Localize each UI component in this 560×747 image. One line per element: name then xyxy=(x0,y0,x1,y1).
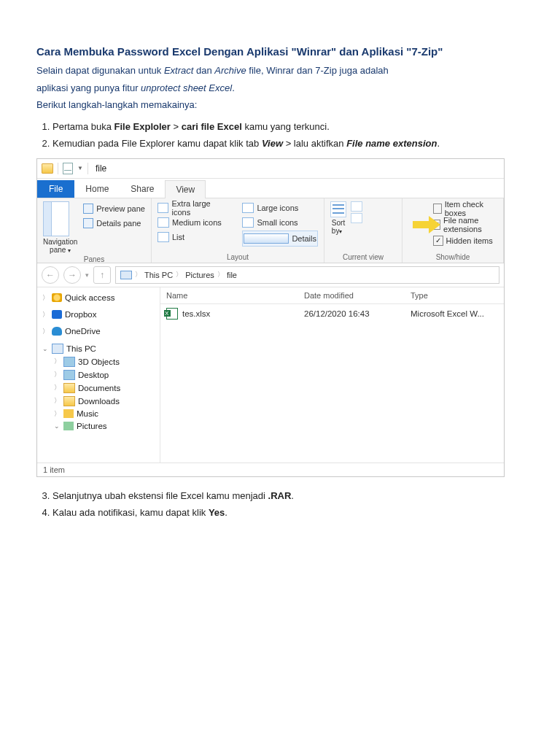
step-text: Selanjutnya ubah ekstensi file Excel kam… xyxy=(52,490,268,501)
desktop-icon xyxy=(63,370,75,380)
step-text: . xyxy=(291,490,294,501)
up-button[interactable]: ↑ xyxy=(93,266,111,284)
step-bold: Yes xyxy=(209,507,225,518)
file-type: Microsoft Excel W... xyxy=(405,306,504,322)
hidden-items-toggle[interactable]: Hidden items xyxy=(433,233,497,248)
sidebar-item-label: Quick access xyxy=(65,293,114,302)
btn-label: Navigation xyxy=(43,238,77,246)
opt-label: Small icons xyxy=(257,218,298,227)
sidebar-item-documents[interactable]: 〉Documents xyxy=(40,382,157,395)
sidebar-item-desktop[interactable]: 〉Desktop xyxy=(40,368,157,382)
preview-pane-button[interactable]: Preview pane xyxy=(83,201,145,216)
ribbon-body: Navigationpane ▾ Preview pane Details pa… xyxy=(37,198,504,263)
breadcrumb[interactable]: file xyxy=(227,271,237,279)
opt-label: Extra large icons xyxy=(171,199,229,217)
file-list: Name Date modified Type tes.xlsx 26/12/2… xyxy=(160,287,504,462)
chevron-right-icon: 〉 xyxy=(176,270,182,279)
steps-list-continued: Selanjutnya ubah ekstensi file Excel kam… xyxy=(36,489,524,520)
layout-small[interactable]: Small icons xyxy=(242,216,318,229)
back-button[interactable]: ← xyxy=(42,266,59,284)
chevron-right-icon: 〉 xyxy=(135,270,141,279)
sidebar-item-music[interactable]: 〉Music xyxy=(40,408,157,420)
btn-label: by xyxy=(332,227,340,235)
address-bar[interactable]: 〉 This PC 〉 Pictures 〉 file xyxy=(115,266,499,284)
qat-separator xyxy=(88,163,88,174)
chevron-right-icon: 〉 xyxy=(217,270,224,279)
item-checkboxes-toggle[interactable]: Item check boxes xyxy=(433,201,497,216)
add-columns-icon xyxy=(351,201,362,212)
downloads-icon xyxy=(63,396,75,406)
intro-line-3: Berikut langkah-langkah memakainya: xyxy=(36,98,524,112)
file-row[interactable]: tes.xlsx 26/12/2020 16:43 Microsoft Exce… xyxy=(160,304,504,323)
sidebar-item-onedrive[interactable]: 〉OneDrive xyxy=(40,325,157,338)
opt-label: Hidden items xyxy=(446,236,493,245)
file-explorer-window: ▼ file File Home Share View Navigationpa… xyxy=(36,158,505,477)
step-text: > lalu aktifkan xyxy=(283,138,346,149)
article-title: Cara Membuka Password Excel Dengan Aplik… xyxy=(36,44,524,59)
tab-share[interactable]: Share xyxy=(120,179,165,198)
tab-home[interactable]: Home xyxy=(74,179,120,198)
sidebar-item-3d-objects[interactable]: 〉3D Objects xyxy=(40,355,157,368)
sidebar-item-quick-access[interactable]: 〉Quick access xyxy=(40,292,157,304)
column-buttons[interactable] xyxy=(351,201,362,223)
documents-icon xyxy=(63,383,75,393)
ribbon-tabs: File Home Share View xyxy=(37,179,504,198)
sort-by-button[interactable]: Sortby▾ xyxy=(330,201,346,235)
step-bold: File Exploler xyxy=(114,121,171,132)
qat-separator xyxy=(58,163,58,174)
tab-view[interactable]: View xyxy=(165,180,206,198)
qat-dropdown-icon[interactable]: ▼ xyxy=(77,165,83,171)
intro-italic: Archive xyxy=(214,65,246,76)
sidebar-item-label: Dropbox xyxy=(65,310,96,319)
column-type[interactable]: Type xyxy=(405,287,504,303)
folder-icon xyxy=(42,163,53,174)
sidebar-item-label: Music xyxy=(77,409,98,418)
sidebar-item-label: 3D Objects xyxy=(78,357,120,366)
layout-icon xyxy=(158,217,169,228)
window-title: file xyxy=(96,163,106,174)
layout-details[interactable]: Details xyxy=(242,231,318,247)
sidebar-item-downloads[interactable]: 〉Downloads xyxy=(40,395,157,408)
dropbox-icon xyxy=(52,310,62,319)
intro-text: file, Winrar dan 7-Zip juga adalah xyxy=(246,65,389,76)
excel-file-icon xyxy=(166,308,178,320)
arrow-callout-icon xyxy=(413,216,433,233)
group-label: Layout xyxy=(158,253,318,261)
breadcrumb[interactable]: Pictures xyxy=(185,271,214,279)
details-pane-button[interactable]: Details pane xyxy=(83,216,145,231)
column-headers: Name Date modified Type xyxy=(160,287,504,304)
tab-file[interactable]: File xyxy=(37,180,74,198)
steps-list: Pertama buka File Exploler > cari file E… xyxy=(36,120,524,151)
properties-icon[interactable] xyxy=(63,163,73,174)
pc-icon xyxy=(120,271,132,279)
step-4: Kalau ada notifikasi, kamu dapat klik Ye… xyxy=(52,506,524,520)
breadcrumb[interactable]: This PC xyxy=(144,271,173,279)
layout-icon xyxy=(244,233,289,244)
column-name[interactable]: Name xyxy=(160,287,298,303)
intro-text: dan xyxy=(193,65,214,76)
navigation-pane-button[interactable]: Navigationpane ▾ xyxy=(43,201,77,255)
group-panes: Navigationpane ▾ Preview pane Details pa… xyxy=(37,198,152,263)
forward-button[interactable]: → xyxy=(63,266,81,284)
layout-large[interactable]: Large icons xyxy=(242,201,318,214)
column-date[interactable]: Date modified xyxy=(298,287,405,303)
layout-medium[interactable]: Medium icons xyxy=(158,216,229,229)
step-text: . xyxy=(437,138,440,149)
group-show-hide: Item check boxes File name extensions Hi… xyxy=(402,198,504,263)
address-row: ← → ▾ ↑ 〉 This PC 〉 Pictures 〉 file xyxy=(37,263,504,287)
step-3: Selanjutnya ubah ekstensi file Excel kam… xyxy=(52,489,524,503)
sidebar-item-this-pc[interactable]: ⌄This PC xyxy=(40,342,157,355)
file-name-extensions-toggle[interactable]: File name extensions xyxy=(433,217,497,232)
btn-label: pane xyxy=(50,246,66,254)
opt-label: File name extensions xyxy=(443,216,497,233)
group-label: Show/hide xyxy=(408,253,497,261)
checkbox-checked-icon xyxy=(433,236,443,246)
layout-extra-large[interactable]: Extra large icons xyxy=(158,201,229,214)
sidebar-item-pictures[interactable]: ⌄Pictures xyxy=(40,420,157,432)
layout-list[interactable]: List xyxy=(158,231,229,244)
group-layout: Extra large icons Large icons Medium ico… xyxy=(152,198,324,263)
opt-label: Details xyxy=(292,234,316,243)
recent-dropdown-icon[interactable]: ▾ xyxy=(85,271,89,279)
sidebar-item-dropbox[interactable]: 〉Dropbox xyxy=(40,309,157,321)
step-bold: cari file Excel xyxy=(182,121,242,132)
